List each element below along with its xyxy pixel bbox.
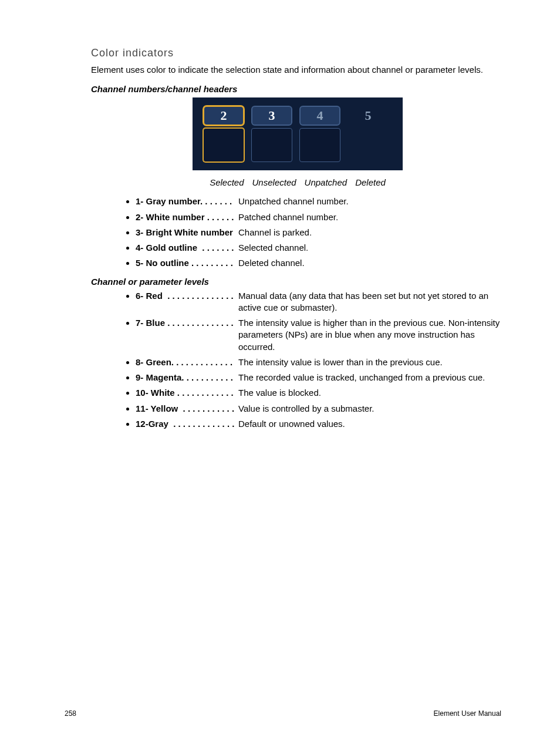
subheading-channel-headers: Channel numbers/channel headers (91, 84, 504, 94)
state-labels-row: SelectedUnselectedUnpatchedDeleted (91, 177, 504, 187)
definition-term: 6- Red . . . . . . . . . . . . . . (136, 290, 238, 302)
definition-item: 6- Red . . . . . . . . . . . . . .Manual… (136, 290, 504, 314)
definition-term: 11- Yellow . . . . . . . . . . . (136, 403, 238, 415)
page-number: 258 (65, 709, 76, 718)
channel-cell: 3 (251, 106, 292, 162)
state-label: Unpatched (305, 177, 348, 187)
definition-term: 2- White number . . . . . . (136, 211, 238, 223)
intro-paragraph: Element uses color to indicate the selec… (91, 64, 504, 76)
channel-cell: 4 (299, 106, 340, 162)
channel-number: 3 (251, 106, 292, 126)
channel-cell: 2 (203, 106, 244, 162)
subheading-parameter-levels: Channel or parameter levels (91, 277, 504, 287)
channel-body (251, 128, 292, 162)
figure-wrap: 2345 SelectedUnselectedUnpatchedDeleted (91, 97, 504, 187)
definition-description: Selected channel. (238, 242, 504, 254)
definition-item: 4- Gold outline . . . . . . .Selected ch… (136, 242, 504, 254)
channel-row: 2345 (203, 106, 389, 162)
page: Color indicators Element uses color to i… (0, 0, 560, 747)
state-label: Deleted (355, 177, 386, 187)
definition-term: 4- Gold outline . . . . . . . (136, 242, 238, 254)
definition-item: 5- No outline . . . . . . . . .Deleted c… (136, 257, 504, 269)
state-label: Selected (210, 177, 244, 187)
definition-term: 7- Blue . . . . . . . . . . . . . . (136, 317, 238, 329)
definition-item: 2- White number . . . . . .Patched chann… (136, 211, 504, 223)
definition-item: 3- Bright White numberChannel is parked. (136, 227, 504, 238)
definition-description: Manual data (any data that has been set … (238, 290, 504, 314)
channel-number: 4 (299, 106, 340, 126)
channel-body (203, 128, 244, 162)
definition-term: 8- Green. . . . . . . . . . . . . (136, 356, 238, 368)
definition-item: 9- Magenta. . . . . . . . . . .The recor… (136, 372, 504, 383)
definition-item: 1- Gray number. . . . . . .Unpatched cha… (136, 196, 504, 207)
doc-title: Element User Manual (434, 709, 501, 718)
definition-description: Value is controlled by a submaster. (238, 403, 504, 415)
definition-item: 7- Blue . . . . . . . . . . . . . .The i… (136, 317, 504, 353)
definition-description: The intensity value is lower than in the… (238, 356, 504, 368)
definition-description: The recorded value is tracked, unchanged… (238, 372, 504, 383)
definition-description: The intensity value is higher than in th… (238, 317, 504, 353)
definition-description: Channel is parked. (238, 227, 504, 238)
definition-item: 12-Gray . . . . . . . . . . . . .Default… (136, 418, 504, 430)
definition-description: Deleted channel. (238, 257, 504, 269)
definition-item: 11- Yellow . . . . . . . . . . .Value is… (136, 403, 504, 415)
definition-list-1: 1- Gray number. . . . . . .Unpatched cha… (91, 196, 504, 269)
section-title: Color indicators (91, 47, 504, 59)
definition-description: Patched channel number. (238, 211, 504, 223)
definition-item: 8- Green. . . . . . . . . . . . .The int… (136, 356, 504, 368)
page-footer: 258 Element User Manual (65, 709, 501, 718)
channel-figure: 2345 (193, 97, 403, 170)
channel-body (299, 128, 340, 162)
definition-term: 10- White . . . . . . . . . . . . (136, 387, 238, 399)
channel-cell: 5 (348, 106, 389, 162)
definition-description: The value is blocked. (238, 387, 504, 399)
channel-number: 2 (203, 106, 244, 126)
definition-item: 10- White . . . . . . . . . . . .The val… (136, 387, 504, 399)
channel-number: 5 (348, 106, 389, 126)
definition-term: 9- Magenta. . . . . . . . . . . (136, 372, 238, 383)
definition-list-2: 6- Red . . . . . . . . . . . . . .Manual… (91, 290, 504, 430)
definition-description: Default or unowned values. (238, 418, 504, 430)
definition-term: 12-Gray . . . . . . . . . . . . . (136, 418, 238, 430)
definition-term: 1- Gray number. . . . . . . (136, 196, 238, 207)
definition-term: 3- Bright White number (136, 227, 238, 238)
definition-term: 5- No outline . . . . . . . . . (136, 257, 238, 269)
state-label: Unselected (252, 177, 296, 187)
definition-description: Unpatched channel number. (238, 196, 504, 207)
